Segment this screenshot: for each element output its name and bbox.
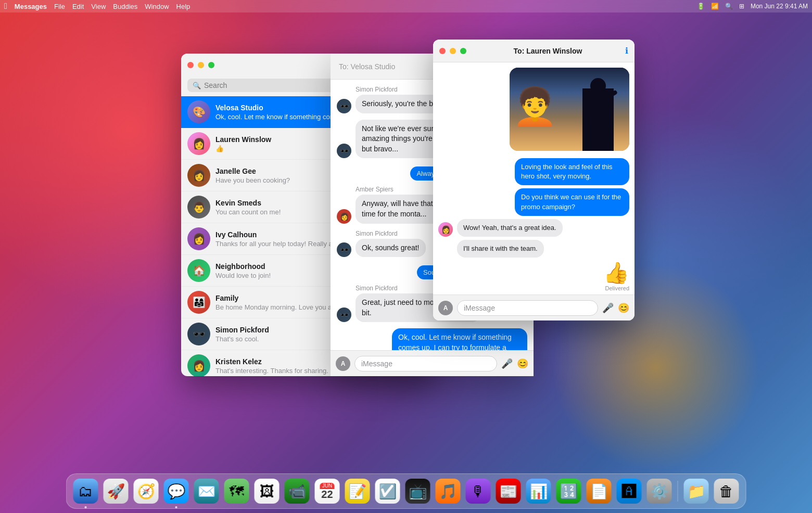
search-icon[interactable]: 🔍	[725, 3, 733, 10]
message-input-velosa[interactable]: iMessage	[354, 356, 497, 371]
mic-icon[interactable]: 🎤	[501, 358, 513, 369]
minimize-button[interactable]	[198, 62, 204, 68]
conv-name-family: Family	[215, 294, 238, 302]
calendar-icon: JUN 22	[315, 479, 340, 504]
msg3-row-loving: Loving the look and feel of this hero sh…	[438, 158, 629, 185]
msg3-row-share: I'll share it with the team.	[438, 240, 629, 258]
messages-icon: 💬	[164, 479, 189, 504]
info-button[interactable]: ℹ	[625, 46, 628, 56]
dock-item-messages[interactable]: 💬	[162, 477, 191, 505]
dock-item-facetime[interactable]: 📹	[283, 477, 311, 505]
msg-avatar-simon4: 🕶️	[337, 307, 351, 322]
maximize-button-3[interactable]	[460, 48, 466, 54]
dock-item-maps[interactable]: 🗺	[223, 477, 251, 505]
close-button-3[interactable]	[439, 48, 446, 54]
window2-title: To: Velosa Studio	[339, 62, 395, 71]
menu-view[interactable]: View	[91, 3, 106, 10]
dock-item-launchpad[interactable]: 🚀	[102, 477, 130, 505]
dock-item-notes[interactable]: 📝	[344, 477, 372, 505]
menu-file[interactable]: File	[54, 3, 65, 10]
mic-icon-3[interactable]: 🎤	[602, 302, 614, 314]
dock-item-sysprefs[interactable]: ⚙️	[645, 477, 674, 505]
dock-item-finder[interactable]: 🗂	[72, 477, 100, 505]
avatar-simon: 🕶️	[187, 323, 210, 345]
sender-name-simon3: Simon Pickford	[356, 230, 426, 237]
appstore-icon: 🅰	[617, 479, 642, 504]
window3-titlebar: To: Lauren Winslow ℹ	[433, 40, 635, 62]
mail-icon: ✉️	[194, 479, 219, 504]
dock-item-files[interactable]: 📁	[682, 477, 710, 505]
reminders-icon: ☑️	[375, 479, 400, 504]
clock: Mon Jun 22 9:41 AM	[751, 3, 808, 10]
msg-content-simon3: Simon Pickford Ok, sounds great!	[356, 230, 426, 258]
launchpad-icon: 🚀	[104, 479, 129, 504]
lauren-chat-messages: 🧑‍🦱 Loving the look and feel of this her…	[433, 62, 635, 294]
bubble3-promo: Do you think we can use it for the promo…	[515, 188, 629, 215]
conv-name-lauren: Lauren Winslow	[215, 135, 271, 144]
conv-name-kevin: Kevin Smeds	[215, 199, 261, 207]
menu-help[interactable]: Help	[176, 3, 191, 10]
dock-item-reminders[interactable]: ☑️	[374, 477, 402, 505]
conv-name-kristen: Kristen Kelez	[215, 357, 262, 366]
dock: 🗂 🚀 🧭 💬 ✉️ 🗺 🖼 📹 JUN 22 📝 ☑️ 📺 🎵	[66, 473, 746, 509]
numbers-icon: 🔢	[556, 479, 581, 504]
facetime-icon: 📹	[285, 479, 310, 504]
photo-message: 🧑‍🦱	[510, 68, 629, 151]
avatar-lauren: 👩	[187, 132, 210, 155]
menu-messages[interactable]: Messages	[15, 3, 47, 10]
emoji-icon-3[interactable]: 😊	[618, 302, 629, 314]
minimize-button-3[interactable]	[450, 48, 456, 54]
dock-item-trash[interactable]: 🗑	[713, 477, 741, 505]
avatar-janelle: 👩	[187, 164, 210, 187]
dock-item-pages[interactable]: 📄	[585, 477, 613, 505]
notes-icon: 📝	[345, 479, 370, 504]
dock-item-music[interactable]: 🎵	[434, 477, 462, 505]
avatar-lauren-chat: 👩	[438, 222, 453, 237]
sysprefs-icon: ⚙️	[647, 479, 672, 504]
msg-avatar-simon: 🕶️	[337, 99, 351, 113]
close-button[interactable]	[187, 62, 194, 68]
delivered-label: Delivered	[438, 285, 629, 291]
conv-name-janelle: Janelle Gee	[215, 167, 256, 175]
wifi-icon: 📶	[711, 3, 719, 10]
conv-name-velosa: Velosa Studio	[215, 104, 263, 112]
lauren-chat-window: To: Lauren Winslow ℹ 🧑‍🦱 Loving the look…	[433, 40, 635, 320]
maximize-button[interactable]	[208, 62, 214, 68]
menu-buddies[interactable]: Buddies	[113, 3, 137, 10]
menu-edit[interactable]: Edit	[72, 3, 84, 10]
dock-item-appletv[interactable]: 📺	[404, 477, 432, 505]
msg3-row-wow: 👩 Wow! Yeah, that's a great idea.	[438, 219, 629, 237]
my-avatar-small: A	[336, 356, 350, 371]
message-input-lauren[interactable]: iMessage	[457, 300, 598, 316]
dock-item-numbers[interactable]: 🔢	[555, 477, 583, 505]
thumbs-up-emoji: 👍	[603, 261, 629, 285]
keynote-icon: 📊	[526, 479, 551, 504]
dock-item-safari[interactable]: 🧭	[132, 477, 160, 505]
files-icon: 📁	[684, 479, 709, 504]
emoji-icon[interactable]: 😊	[517, 358, 528, 369]
dock-item-appstore[interactable]: 🅰	[615, 477, 643, 505]
conv-name-neighborhood: Neighborhood	[215, 262, 265, 271]
msg-avatar-amber: 👩	[337, 209, 351, 224]
dock-item-mail[interactable]: ✉️	[193, 477, 221, 505]
menu-window[interactable]: Window	[145, 3, 169, 10]
apple-menu[interactable]: 	[4, 2, 7, 11]
memoji: 🧑‍🦱	[512, 88, 554, 130]
dock-item-photos[interactable]: 🖼	[253, 477, 281, 505]
msg-avatar-simon3: 🕶️	[337, 242, 351, 257]
pages-icon: 📄	[587, 479, 612, 504]
dock-item-calendar[interactable]: JUN 22	[313, 477, 341, 505]
photos-icon: 🖼	[255, 479, 280, 504]
window3-title: To: Lauren Winslow	[475, 47, 621, 55]
dock-item-podcasts[interactable]: 🎙	[464, 477, 492, 505]
menubar-left:  Messages File Edit View Buddies Window…	[4, 2, 190, 11]
dock-item-news[interactable]: 📰	[494, 477, 523, 505]
conv-name-ivy: Ivy Calhoun	[215, 230, 257, 239]
conv-name-simon: Simon Pickford	[215, 326, 269, 334]
bubble-simon3: Ok, sounds great!	[356, 239, 426, 258]
dock-item-keynote[interactable]: 📊	[525, 477, 553, 505]
finder-icon: 🗂	[73, 479, 98, 504]
my-msg-row: Ok, cool. Let me know if something comes…	[337, 328, 527, 350]
control-center-icon[interactable]: ⊞	[739, 3, 744, 10]
avatar-kevin: 👨	[187, 196, 210, 219]
